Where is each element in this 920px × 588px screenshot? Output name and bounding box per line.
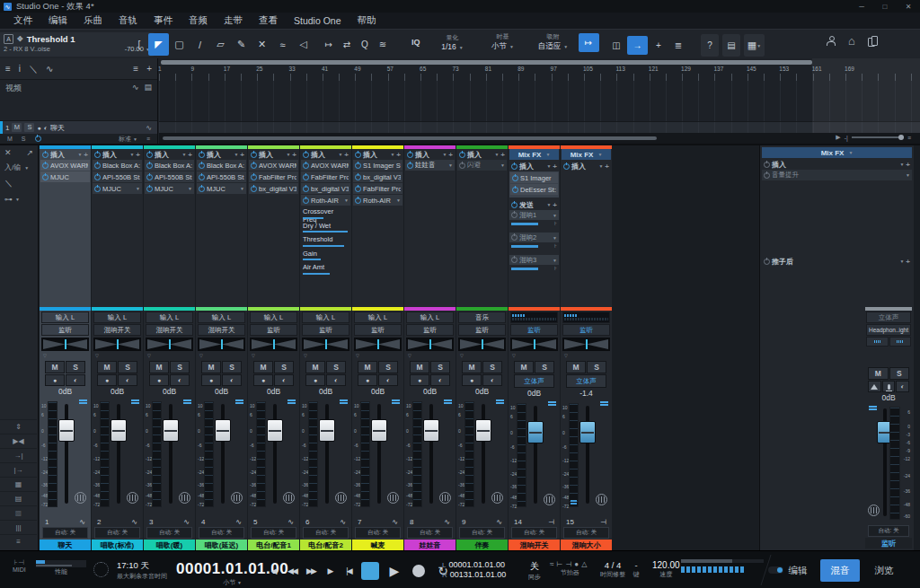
browse-view-button[interactable]: 浏览 (864, 559, 904, 582)
pan-link-icon[interactable] (387, 492, 399, 504)
power-icon[interactable] (355, 162, 361, 169)
zoom-out-handle[interactable]: -| (845, 135, 848, 141)
power-icon[interactable] (355, 174, 361, 180)
time-signature[interactable]: 4 / 4 时间修整 (600, 560, 625, 579)
automation-mode[interactable]: 自动: 关 (459, 527, 505, 539)
cue-button[interactable]: 监听 (250, 324, 297, 336)
narrow-channels-icon[interactable]: ▶◀ (0, 434, 37, 448)
mono-check-icon[interactable]: ◐ (896, 381, 909, 392)
input-select-button[interactable]: 输入 L (146, 312, 193, 323)
power-icon[interactable] (146, 162, 153, 169)
input-select-button[interactable]: 输入 L (250, 312, 297, 323)
mixer-channel-混响大小[interactable]: Mix FX▼插入▼+ 监听 ▽ MS 立体声 -1.4 1060-6-12-2… (561, 145, 612, 550)
send-level-slider[interactable]: ⊦ (511, 266, 557, 273)
power-icon[interactable] (355, 186, 361, 192)
mixer-channel-娃娃音[interactable]: 插入▼+娃娃音▼ 输入 L 监听 ▽ MS ●◐ 0dB 1060-6-12-2… (404, 145, 456, 550)
insert-slot[interactable]: Black Box A: (197, 160, 246, 171)
pan-slider[interactable] (510, 338, 558, 351)
pan-slider[interactable] (406, 338, 454, 351)
record-arm-button[interactable]: ● (45, 374, 65, 386)
track-list-options-icon[interactable]: ≡ (133, 64, 138, 74)
input-select-button[interactable]: 输入 L (406, 312, 454, 323)
automation-mode[interactable]: 自动: 关 (199, 527, 244, 539)
mute-button[interactable]: M (462, 361, 482, 373)
close-button[interactable]: ✕ (897, 3, 920, 11)
volume-value[interactable]: 0dB (196, 386, 247, 397)
cue-button[interactable]: 混响开关 (198, 324, 245, 336)
power-icon[interactable] (42, 162, 49, 169)
cue-button[interactable]: 监听 (41, 324, 89, 336)
tempo-display[interactable]: 120.00 速度 (652, 560, 680, 579)
inserts-header[interactable]: 插入▼+ (457, 149, 507, 160)
user-account-icon[interactable] (827, 36, 836, 46)
menu-item-5[interactable]: 音频 (181, 14, 216, 27)
power-icon[interactable] (199, 162, 205, 169)
automation-mode[interactable]: 自动: 关 (94, 527, 140, 539)
loop-range-display[interactable]: L00001.01.01.00 R00131.01.01.00 (442, 560, 506, 580)
mixer-channel-喊麦[interactable]: 插入▼+S1 Imager St:bx_digital V3FabFilter … (352, 145, 403, 550)
timebase-select[interactable]: 时基 小节▼ (478, 32, 528, 52)
pan-value[interactable]: ▽ (561, 351, 612, 360)
mixfx-header[interactable]: Mix FX▼ (562, 149, 611, 160)
macro-control[interactable]: Air Amt (301, 262, 350, 276)
solo-button[interactable]: S (378, 361, 398, 373)
record-arm-button[interactable]: ● (462, 374, 482, 386)
mute-button[interactable]: M (253, 361, 273, 373)
fader-handle[interactable] (423, 419, 439, 442)
power-icon[interactable] (764, 172, 770, 179)
power-icon[interactable] (512, 175, 518, 181)
output-device-button[interactable]: Headphon..ight (866, 324, 911, 336)
insert-slot[interactable]: 音量提升▼ (762, 170, 912, 180)
fader-zone[interactable]: 1060-6-12-24-36-48-72 (404, 397, 456, 516)
split-tool-button[interactable]: / (190, 33, 210, 56)
channel-name[interactable]: 混响大小 (561, 540, 612, 550)
send-slot[interactable]: 混响3▼ (509, 255, 559, 265)
solo-button[interactable]: S (274, 361, 294, 373)
pan-link-icon[interactable] (335, 492, 347, 504)
insert-slot[interactable]: FabFilter Pro: (301, 171, 350, 182)
send-level-slider[interactable]: ⊦ (511, 221, 557, 228)
menu-item-2[interactable]: 乐曲 (75, 14, 111, 27)
monitor-button[interactable]: ◐ (378, 374, 398, 386)
pan-value[interactable]: ▽ (248, 351, 299, 360)
fader-zone[interactable]: 1060-6-12-24-36-48-72 (92, 397, 143, 516)
show-outputs-icon[interactable]: |→ (0, 462, 37, 477)
volume-value[interactable]: 0dB (456, 386, 508, 397)
mute-button[interactable]: M (149, 361, 169, 373)
video-button[interactable]: ▤ (722, 34, 740, 57)
channel-name[interactable]: 聊天 (40, 540, 91, 550)
power-icon[interactable] (563, 163, 570, 170)
solo-button[interactable]: S (222, 361, 242, 373)
inserts-header[interactable]: 插入▼+ (40, 149, 90, 160)
record-arm-button[interactable]: ● (305, 374, 325, 386)
mixer-channel-电台/配音2[interactable]: 插入▼+AVOX WARMFabFilter Pro:bx_digital V3… (300, 145, 351, 550)
scrollbar-thumb[interactable] (163, 136, 657, 140)
popout-mixer-icon[interactable]: ↗ (26, 148, 33, 157)
fader-mode-icon[interactable] (79, 399, 87, 401)
fader-mode-icon[interactable] (235, 399, 243, 401)
fader-handle[interactable] (319, 419, 335, 442)
record-arm-button[interactable]: ● (410, 374, 429, 386)
pan-link-icon[interactable] (439, 492, 451, 504)
fader-mode-icon[interactable] (340, 399, 348, 401)
insert-slot[interactable]: bx_digital V3 (353, 171, 402, 182)
io-tab[interactable]: 入/输▼ (0, 160, 38, 175)
cue-button[interactable]: 混响开关 (93, 324, 141, 336)
insert-slot[interactable]: API-550B St: (145, 171, 194, 182)
crosshair-icon[interactable]: + (650, 34, 668, 57)
power-icon[interactable] (199, 186, 205, 192)
channel-name[interactable]: 唱歌(暖) (144, 540, 195, 550)
input-select-button[interactable]: 输入 L (302, 312, 349, 323)
automation-mode[interactable]: 自动: 关 (407, 527, 453, 539)
volume-value[interactable]: 0dB (248, 386, 299, 397)
macro-control[interactable]: Gain (301, 249, 350, 263)
fader-handle[interactable] (163, 419, 179, 442)
power-icon[interactable] (511, 234, 518, 241)
channel-name[interactable]: 唱歌(标准) (92, 540, 143, 550)
input-select-button[interactable]: 输入 L (93, 312, 141, 323)
insert-slot[interactable]: API-550B St: (197, 171, 246, 182)
fader-handle[interactable] (579, 421, 596, 443)
automation-mode[interactable]: 自动: 关 (511, 527, 557, 539)
footer-menu-icon[interactable]: ≡ (146, 136, 150, 142)
bend-tool-button[interactable]: ≈ (272, 33, 293, 56)
